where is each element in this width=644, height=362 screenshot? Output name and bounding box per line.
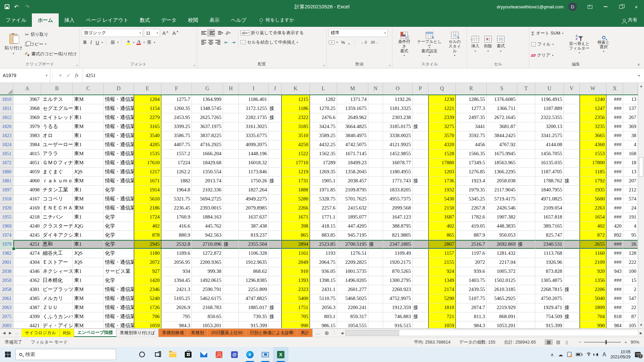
page-layout-view-button[interactable]: ▤: [554, 339, 562, 345]
cell[interactable]: JQS: [73, 249, 104, 258]
row-header-2001[interactable]: 2001: [0, 258, 13, 267]
cell[interactable]: 4205: [134, 140, 161, 149]
sheet-nav-left-arrow[interactable]: ◀: [3, 331, 5, 335]
cell[interactable]: 24: [623, 204, 638, 213]
cell[interactable]: 接: [269, 113, 281, 122]
cell[interactable]: 13: [623, 95, 638, 104]
decrease-font-button[interactable]: A▼: [171, 29, 180, 37]
cell[interactable]: 1687: [428, 213, 456, 222]
cell[interactable]: [368, 104, 383, 113]
cell[interactable]: 3441: [456, 122, 487, 131]
cell[interactable]: [269, 168, 281, 177]
minimize-button[interactable]: [598, 0, 613, 13]
cell[interactable]: 2219.929: [487, 303, 517, 312]
cell[interactable]: 17710: [281, 159, 310, 168]
cell[interactable]: 1935: [580, 186, 606, 195]
cell[interactable]: 1771.1: [310, 213, 337, 222]
alignment-dialog-launcher[interactable]: ⌟: [323, 62, 325, 67]
cell[interactable]: 2692.869: [487, 240, 517, 249]
cell[interactable]: 1840.7955: [535, 186, 564, 195]
cell[interactable]: 3165: [134, 122, 161, 131]
cell[interactable]: 2710.096: [192, 240, 223, 249]
cell[interactable]: 1173.846: [239, 168, 269, 177]
cell[interactable]: 4320: [428, 140, 456, 149]
cell[interactable]: ###: [606, 104, 623, 113]
italic-button[interactable]: I: [89, 39, 93, 46]
cell[interactable]: 880.9: [161, 231, 192, 240]
cell[interactable]: [517, 276, 535, 285]
column-header-H[interactable]: H: [223, 83, 239, 95]
scroll-up-arrow[interactable]: ▲: [638, 83, 644, 89]
cell[interactable]: 369: [623, 122, 638, 131]
cell[interactable]: 878: [134, 231, 161, 240]
cell[interactable]: [564, 159, 580, 168]
cell[interactable]: 情報・通信業: [104, 149, 134, 159]
cell[interactable]: [368, 131, 383, 140]
scroll-down-arrow[interactable]: ▼: [638, 322, 644, 328]
cell[interactable]: ###: [606, 149, 623, 159]
cell[interactable]: 接: [368, 240, 383, 249]
ribbon-tab-ページ レイアウト[interactable]: ページ レイアウト: [80, 13, 134, 27]
cell[interactable]: 865: [428, 231, 456, 240]
cell[interactable]: 892: [606, 231, 623, 240]
cell[interactable]: [517, 177, 535, 186]
cell[interactable]: 1647.123: [383, 213, 413, 222]
cell[interactable]: 5328.75: [310, 195, 337, 204]
cell[interactable]: 4767.92: [487, 140, 517, 149]
cell[interactable]: 1456.7055: [535, 149, 564, 159]
cell[interactable]: アララ: [41, 149, 73, 159]
new-sheet-button[interactable]: ⊕: [322, 329, 331, 337]
percent-style-button[interactable]: %: [341, 38, 345, 46]
cell[interactable]: 3984: [13, 140, 41, 149]
cell[interactable]: 168: [623, 149, 638, 159]
cell[interactable]: 接: [223, 240, 239, 249]
cell[interactable]: [564, 294, 580, 303]
cell[interactable]: [564, 258, 580, 267]
cell[interactable]: 4385: [13, 294, 41, 303]
cell[interactable]: [368, 312, 383, 321]
zoom-out-button[interactable]: −: [579, 340, 581, 345]
cell[interactable]: 2453.95: [161, 113, 192, 122]
cell[interactable]: [413, 113, 428, 122]
cell[interactable]: ###: [606, 177, 623, 186]
sheet-tab-業種別[interactable]: 業種別: [187, 329, 208, 337]
cell[interactable]: 1782.6: [456, 213, 487, 222]
cell[interactable]: [368, 195, 383, 204]
cell[interactable]: 4399: [13, 312, 41, 321]
accounting-format-button[interactable]: ¥▾: [329, 38, 338, 46]
cell[interactable]: 2109.8795: [337, 186, 368, 195]
cell[interactable]: [517, 140, 535, 149]
cell[interactable]: 1186: [281, 104, 310, 113]
cell[interactable]: [223, 204, 239, 213]
cell[interactable]: [564, 195, 580, 204]
cell[interactable]: [517, 186, 535, 195]
cell[interactable]: 5290: [428, 294, 456, 303]
cell[interactable]: 2: [623, 285, 638, 294]
cell[interactable]: 859.317: [337, 312, 368, 321]
cell[interactable]: 2655: [580, 240, 606, 249]
cell[interactable]: 4407.75: [161, 140, 192, 149]
cell[interactable]: 137: [623, 104, 638, 113]
cell-styles-button[interactable]: ✎ セルの スタイル▾: [445, 28, 465, 60]
conditional-formatting-button[interactable]: ≠ 条件付き 書式▾: [394, 28, 414, 60]
cell[interactable]: 1964.8: [161, 186, 192, 195]
cell[interactable]: 1502.0125: [487, 276, 517, 285]
cell[interactable]: [517, 267, 535, 276]
column-header-G[interactable]: G: [192, 83, 223, 95]
cell[interactable]: ###: [606, 303, 623, 312]
cell[interactable]: 4362: [13, 276, 41, 285]
cell[interactable]: 1810: [428, 303, 456, 312]
cell[interactable]: ###: [606, 95, 623, 104]
cell[interactable]: 1276.51: [337, 249, 368, 258]
cell[interactable]: 1675.9945: [487, 149, 517, 159]
row-header-2050[interactable]: 2050: [0, 276, 13, 285]
cell[interactable]: 984.3: [161, 321, 192, 328]
cell[interactable]: 547: [623, 294, 638, 303]
merge-center-button[interactable]: ↔ セルを結合して中央揃え▾: [240, 38, 304, 47]
cell[interactable]: 3275: [428, 122, 456, 131]
cell[interactable]: 16135.035: [535, 159, 564, 168]
cell[interactable]: [269, 240, 281, 249]
notification-center-button[interactable]: 2: [635, 352, 641, 357]
cell[interactable]: 1923.4: [456, 177, 487, 186]
cell[interactable]: [269, 285, 281, 294]
